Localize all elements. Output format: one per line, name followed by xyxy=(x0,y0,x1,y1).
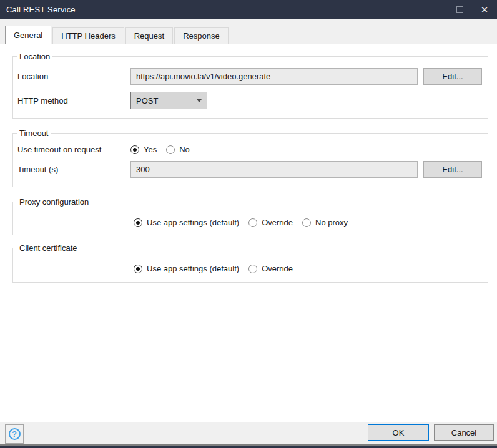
proxy-configuration-group: Proxy configuration Use app settings (de… xyxy=(12,197,488,235)
window-bottom-border xyxy=(0,444,497,448)
help-icon: ? xyxy=(9,428,21,440)
use-timeout-yes-label: Yes xyxy=(144,145,157,154)
radio-icon xyxy=(248,218,257,227)
titlebar: Call REST Service ✕ xyxy=(0,0,497,19)
call-rest-service-dialog: Call REST Service ✕ General HTTP Headers… xyxy=(0,0,497,448)
general-tab-page: Location Location https://api.movio.la/v… xyxy=(0,44,497,422)
location-edit-button[interactable]: Edit... xyxy=(423,68,482,85)
cert-override-label: Override xyxy=(262,264,293,273)
timeout-group-legend: Timeout xyxy=(17,129,51,138)
tab-general[interactable]: General xyxy=(5,26,51,44)
radio-icon xyxy=(166,145,175,154)
proxy-use-app-settings-radio[interactable]: Use app settings (default) xyxy=(134,218,239,227)
use-timeout-no-label: No xyxy=(179,145,190,154)
client-certificate-radio-group: Use app settings (default) Override xyxy=(134,264,293,273)
close-icon: ✕ xyxy=(481,5,489,14)
http-method-dropdown[interactable]: POST xyxy=(130,92,207,109)
location-group-legend: Location xyxy=(17,52,52,61)
cert-override-radio[interactable]: Override xyxy=(248,264,293,273)
proxy-override-label: Override xyxy=(262,218,293,227)
location-label: Location xyxy=(17,72,130,81)
radio-icon xyxy=(302,218,311,227)
timeout-group: Timeout Use timeout on request Yes No Ti… xyxy=(12,129,488,187)
restore-button[interactable] xyxy=(447,0,472,19)
close-button[interactable]: ✕ xyxy=(472,0,497,19)
use-timeout-label: Use timeout on request xyxy=(17,145,130,154)
timeout-seconds-input[interactable]: 300 xyxy=(130,161,418,178)
tab-bar: General HTTP Headers Request Response xyxy=(0,19,497,44)
timeout-seconds-label: Timeout (s) xyxy=(17,165,130,174)
cancel-button[interactable]: Cancel xyxy=(434,424,494,441)
tab-request[interactable]: Request xyxy=(125,27,173,44)
client-certificate-group: Client certificate Use app settings (def… xyxy=(12,243,488,283)
window-title: Call REST Service xyxy=(0,5,447,14)
http-method-label: HTTP method xyxy=(17,96,130,105)
tab-http-headers[interactable]: HTTP Headers xyxy=(52,27,124,44)
timeout-edit-button[interactable]: Edit... xyxy=(423,161,482,178)
radio-icon xyxy=(134,218,142,227)
client-certificate-group-legend: Client certificate xyxy=(17,243,79,253)
help-button[interactable]: ? xyxy=(5,424,24,444)
radio-icon xyxy=(248,265,257,273)
location-group: Location Location https://api.movio.la/v… xyxy=(12,52,488,119)
http-method-value: POST xyxy=(136,96,197,105)
footer-bar: ? OK Cancel xyxy=(0,422,497,444)
location-input[interactable]: https://api.movio.la/v1/video.generate xyxy=(130,68,418,85)
proxy-no-proxy-label: No proxy xyxy=(315,218,348,227)
chevron-down-icon xyxy=(197,99,202,102)
ok-button[interactable]: OK xyxy=(368,424,429,441)
proxy-group-legend: Proxy configuration xyxy=(17,197,91,207)
use-timeout-yes-radio[interactable]: Yes xyxy=(130,145,157,154)
restore-icon xyxy=(456,6,463,13)
radio-icon xyxy=(130,145,139,154)
use-timeout-radio-group: Yes No xyxy=(130,145,190,154)
use-timeout-no-radio[interactable]: No xyxy=(166,145,190,154)
proxy-no-proxy-radio[interactable]: No proxy xyxy=(302,218,348,227)
cert-use-app-settings-radio[interactable]: Use app settings (default) xyxy=(134,264,239,273)
tab-response[interactable]: Response xyxy=(174,27,229,44)
proxy-override-radio[interactable]: Override xyxy=(248,218,293,227)
cert-use-app-settings-label: Use app settings (default) xyxy=(147,264,239,273)
proxy-radio-group: Use app settings (default) Override No p… xyxy=(134,218,348,227)
radio-icon xyxy=(134,265,142,273)
proxy-use-app-settings-label: Use app settings (default) xyxy=(147,218,239,227)
